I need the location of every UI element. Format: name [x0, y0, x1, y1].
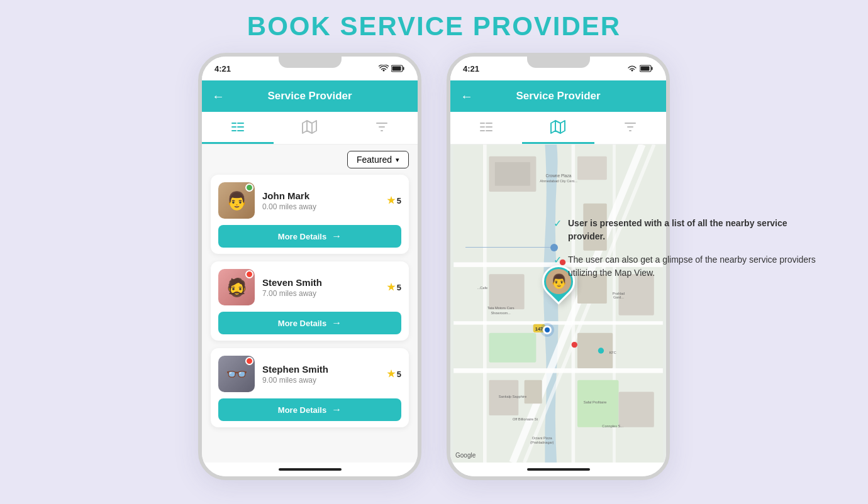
star-rating-2: ★ 5: [387, 282, 401, 293]
more-details-btn-2[interactable]: More Details →: [218, 312, 401, 334]
svg-text:Gard...: Gard...: [613, 296, 625, 300]
svg-rect-16: [652, 67, 653, 70]
svg-text:(Prahladnagar): (Prahladnagar): [530, 441, 554, 444]
tab-row-1: [202, 112, 418, 145]
provider-info-1: John Mark 0.00 miles away: [262, 190, 379, 211]
more-details-btn-3[interactable]: More Details →: [218, 398, 401, 421]
star-icon-2: ★: [387, 282, 395, 293]
star-icon-3: ★: [387, 368, 395, 380]
svg-rect-39: [577, 156, 607, 180]
back-arrow-2[interactable]: ←: [460, 89, 473, 104]
back-arrow-1[interactable]: ←: [212, 89, 225, 104]
svg-rect-47: [525, 380, 542, 403]
annotation-text-2: The user can also get a glimpse of the n…: [568, 253, 824, 280]
header-bar-1: ← Service Provider: [202, 80, 418, 112]
svg-text:Safal Profitaire: Safal Profitaire: [584, 400, 607, 404]
tab-filter-2[interactable]: [594, 112, 666, 144]
status-icons-1: [379, 65, 405, 72]
rating-val-2: 5: [397, 283, 401, 292]
more-details-label-3: More Details: [278, 405, 326, 415]
more-details-btn-1[interactable]: More Details →: [218, 225, 401, 248]
svg-text:Tata Motors Cars: Tata Motors Cars: [487, 306, 515, 310]
svg-point-69: [598, 348, 604, 353]
featured-row: Featured ▾: [211, 151, 409, 168]
arrow-icon-3: →: [331, 404, 342, 415]
phone-notch: [279, 57, 342, 68]
provider-name-3: Stephen Smith: [262, 364, 379, 375]
arrow-icon-1: →: [331, 231, 342, 242]
phone-notch-2: [527, 57, 590, 68]
provider-info-3: Stephen Smith 9.00 miles away: [262, 364, 379, 385]
provider-name-2: Steven Smith: [262, 277, 379, 288]
provider-info-2: Steven Smith 7.00 miles away: [262, 277, 379, 298]
svg-rect-45: [577, 333, 613, 368]
battery-icon: [391, 65, 405, 72]
wifi-icon-2: [627, 65, 637, 72]
svg-marker-9: [303, 121, 316, 133]
tab-list-1[interactable]: [202, 112, 274, 144]
status-dot-online-1: [245, 184, 253, 192]
more-details-label-1: More Details: [278, 232, 326, 241]
provider-top-1: 👨 John Mark 0.00 miles away ★ 5: [218, 182, 401, 219]
home-bar-2: [450, 463, 666, 476]
featured-dropdown[interactable]: Featured ▾: [347, 151, 409, 168]
avatar-1: 👨: [218, 182, 255, 219]
status-time-1: 4:21: [214, 64, 231, 74]
tab-map-1[interactable]: [274, 112, 345, 144]
svg-text:Ahmedabad City Cent...: Ahmedabad City Cent...: [540, 179, 577, 183]
connector-line: [465, 247, 554, 248]
svg-rect-17: [641, 67, 650, 71]
annotation-text-1: User is presented with a list of all the…: [568, 217, 824, 243]
phone-list-view: 4:21 ← Service Provi: [198, 53, 421, 480]
page-title: BOOK SERVICE PROVIDER: [247, 11, 621, 41]
provider-top-2: 🧔 Steven Smith 7.00 miles away ★ 5: [218, 269, 401, 305]
rating-val-3: 5: [397, 370, 401, 379]
annotation-item-1: ✓ User is presented with a list of all t…: [554, 217, 824, 243]
arrow-icon-2: →: [331, 317, 342, 329]
star-icon-1: ★: [387, 195, 395, 206]
annotation-block: ✓ User is presented with a list of all t…: [554, 217, 824, 290]
featured-label: Featured: [357, 155, 392, 165]
tab-filter-1[interactable]: [346, 112, 418, 144]
provider-dist-2: 7.00 miles away: [262, 289, 379, 298]
provider-top-3: 👓 Stephen Smith 9.00 miles away ★ 5: [218, 356, 401, 392]
status-dot-offline-3: [245, 357, 253, 365]
battery-icon-2: [640, 65, 654, 72]
provider-dist-1: 0.00 miles away: [262, 202, 379, 211]
svg-text:...Cafe: ...Cafe: [477, 286, 488, 290]
annotation-item-2: ✓ The user can also get a glimpse of the…: [554, 253, 824, 280]
svg-text:Showroom...: Showroom...: [491, 311, 511, 315]
svg-rect-2: [392, 67, 401, 71]
home-indicator-2: [527, 468, 590, 471]
status-dot-offline-2: [245, 270, 253, 278]
svg-rect-38: [495, 162, 530, 185]
wifi-icon: [379, 65, 389, 72]
provider-card-2: 🧔 Steven Smith 7.00 miles away ★ 5 More …: [211, 261, 409, 341]
check-icon-2: ✓: [554, 254, 562, 266]
star-rating-3: ★ 5: [387, 368, 401, 380]
avatar-3: 👓: [218, 356, 255, 392]
svg-text:Octant Pizza: Octant Pizza: [532, 436, 553, 440]
google-watermark: Google: [455, 452, 476, 459]
rating-val-1: 5: [397, 196, 401, 205]
header-bar-2: ← Service Provider: [450, 80, 666, 112]
svg-rect-41: [489, 274, 524, 309]
svg-point-68: [572, 342, 577, 348]
svg-text:Sankalp Sapphire: Sankalp Sapphire: [499, 395, 526, 398]
svg-marker-24: [551, 121, 565, 133]
provider-name-1: John Mark: [262, 190, 379, 201]
status-icons-2: [627, 65, 654, 72]
tab-map-2[interactable]: [522, 112, 594, 144]
provider-card-3: 👓 Stephen Smith 9.00 miles away ★ 5 More…: [211, 348, 409, 427]
home-indicator-1: [279, 468, 342, 471]
svg-text:Prahlad: Prahlad: [613, 292, 625, 295]
chevron-down-icon: ▾: [396, 156, 399, 164]
status-time-2: 4:21: [463, 64, 479, 74]
provider-dist-3: 9.00 miles away: [262, 376, 379, 385]
svg-text:147: 147: [535, 326, 543, 332]
svg-text:KFC: KFC: [609, 351, 616, 354]
svg-text:Connplex S...: Connplex S...: [602, 424, 623, 428]
svg-text:Off Billionaire St: Off Billionaire St: [513, 417, 538, 421]
tab-list-2[interactable]: [450, 112, 522, 144]
map-content: Crowne Plaza Ahmedabad City Cent... Tata…: [450, 145, 666, 463]
